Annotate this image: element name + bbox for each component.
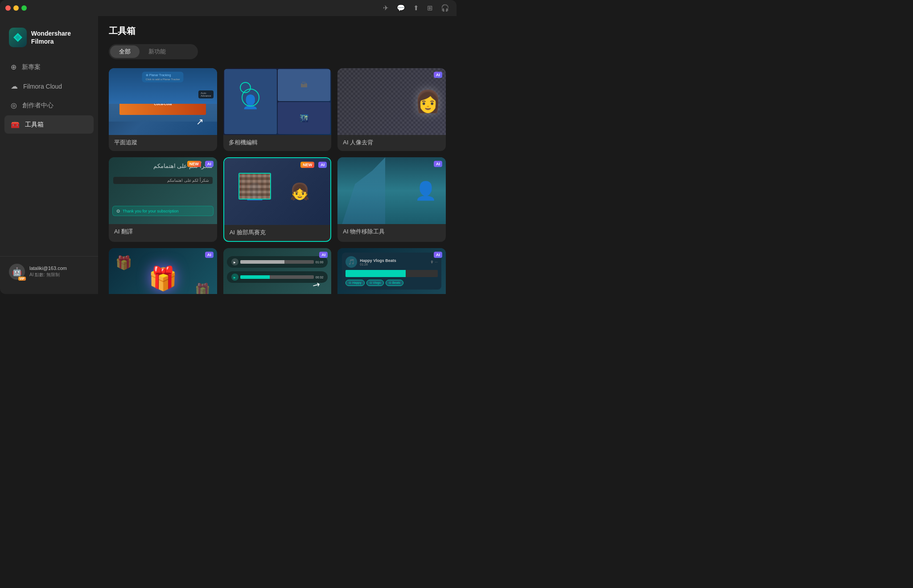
- tool-label-planar-tracking: 平面追蹤: [109, 135, 217, 151]
- logo-icon: [9, 28, 27, 47]
- vip-badge: VIP: [18, 277, 26, 281]
- traffic-lights: [5, 5, 27, 11]
- tool-label-multicam: 多相機編輯: [223, 135, 332, 151]
- tools-grid: Coca-Cola ⊕ Planar Tracking Click to add…: [109, 68, 446, 294]
- title-bar: ✈ 💬 ⬆ ⊞ 🎧: [0, 0, 456, 16]
- chat-icon[interactable]: 💬: [397, 4, 405, 12]
- tool-label-ai-translate: AI 翻譯: [109, 224, 217, 240]
- thumb-music: 🎵 Happy Vlogs Beats 01:28 🎙 ··· ⊙: [337, 248, 446, 294]
- main-content: 工具箱 全部 新功能 Coca-Cola ⊕ Pl: [98, 16, 456, 294]
- cloud-icon: ☁: [11, 82, 18, 90]
- sidebar-logo: Wondershare Filmora: [0, 23, 98, 58]
- tool-card-planar-tracking[interactable]: Coca-Cola ⊕ Planar Tracking Click to add…: [109, 68, 217, 151]
- tool-card-multicam[interactable]: 👤 🏔 🌃 多相機編輯: [223, 68, 332, 151]
- new-project-icon: ⊕: [11, 63, 16, 71]
- ai-badge-translate: AI: [205, 161, 214, 167]
- title-bar-icons: ✈ 💬 ⬆ ⊞ 🎧: [383, 4, 449, 12]
- page-title: 工具箱: [109, 25, 446, 37]
- app-window: ✈ 💬 ⬆ ⊞ 🎧 Wondershare Filmora ⊕: [0, 0, 456, 294]
- sidebar-item-label-toolbox: 工具箱: [25, 121, 44, 129]
- tool-label-face-mosaic: AI 臉部馬賽克: [224, 225, 331, 241]
- thumb-planar: Coca-Cola ⊕ Planar Tracking Click to add…: [109, 68, 217, 135]
- new-badge-translate: NEW: [187, 161, 201, 167]
- main-layout: Wondershare Filmora ⊕ 新專案 ☁ Filmora Clou…: [0, 16, 456, 294]
- sidebar-item-creator-center[interactable]: ◎ 創作者中心: [4, 96, 94, 114]
- user-email: lataliki@163.com: [29, 265, 89, 271]
- sidebar-item-label-new-project: 新專案: [22, 63, 41, 71]
- send-icon[interactable]: ✈: [383, 4, 389, 12]
- new-badge-face-mosaic: NEW: [300, 162, 314, 168]
- tool-card-portrait-bg[interactable]: 👩 AI AI 人像去背: [337, 68, 446, 151]
- avatar: 🤖 VIP: [9, 264, 25, 280]
- tab-all[interactable]: 全部: [110, 45, 140, 58]
- sidebar-item-toolbox[interactable]: 🧰 工具箱: [4, 115, 94, 134]
- sidebar-item-label-filmora-cloud: Filmora Cloud: [23, 83, 62, 90]
- creator-icon: ◎: [11, 101, 17, 110]
- sidebar-footer: 🤖 VIP lataliki@163.com AI 點數: 無限制: [0, 256, 98, 287]
- thumb-object-remove: 👤 AI: [337, 157, 446, 224]
- sidebar: Wondershare Filmora ⊕ 新專案 ☁ Filmora Clou…: [0, 16, 98, 294]
- tab-new[interactable]: 新功能: [140, 45, 175, 58]
- maximize-button[interactable]: [21, 5, 27, 11]
- tool-card-face-mosaic[interactable]: 👤 👧 AI: [223, 157, 332, 242]
- tool-card-ai-music[interactable]: 🎵 Happy Vlogs Beats 01:28 🎙 ··· ⊙: [337, 248, 446, 294]
- tool-label-object-remove: AI 物件移除工具: [337, 224, 446, 240]
- tool-label-portrait-bg: AI 人像去背: [337, 135, 446, 151]
- grid-icon[interactable]: ⊞: [427, 4, 433, 12]
- thumb-face-mosaic: 👤 👧 AI: [224, 158, 331, 225]
- close-button[interactable]: [5, 5, 11, 11]
- tab-bar: 全部 新功能: [109, 44, 198, 59]
- thumb-multicam: 👤 🏔 🌃: [223, 68, 332, 135]
- logo-text: Wondershare Filmora: [31, 29, 89, 45]
- tool-card-object-remove[interactable]: 👤 AI AI 物件移除工具: [337, 157, 446, 242]
- sidebar-nav: ⊕ 新專案 ☁ Filmora Cloud ◎ 創作者中心 🧰 工具箱: [0, 58, 98, 256]
- upload-icon[interactable]: ⬆: [413, 4, 419, 12]
- user-info: lataliki@163.com AI 點數: 無限制: [29, 265, 89, 278]
- toolbox-icon: 🧰: [11, 120, 20, 129]
- sidebar-item-filmora-cloud[interactable]: ☁ Filmora Cloud: [4, 77, 94, 95]
- thumb-portrait: 👩 AI: [337, 68, 446, 135]
- sidebar-item-label-creator-center: 創作者中心: [22, 102, 53, 110]
- tool-card-ai-translate[interactable]: شكراً لكم على اهتمامكم شكراً لكم على اهت…: [109, 157, 217, 242]
- tool-card-voice-clone[interactable]: 👩‍💼 ▶ 01:00 ▶: [223, 248, 332, 294]
- tool-card-ai-sticker[interactable]: 🎁 🎁 🎁 I want an exquisite gift box | AI …: [109, 248, 217, 294]
- thumb-sticker: 🎁 🎁 🎁 I want an exquisite gift box | AI: [109, 248, 217, 294]
- minimize-button[interactable]: [13, 5, 19, 11]
- ai-badge-face-mosaic: AI: [318, 162, 327, 168]
- thumb-voice-clone: 👩‍💼 ▶ 01:00 ▶: [223, 248, 332, 294]
- user-points: AI 點數: 無限制: [29, 272, 89, 278]
- sidebar-item-new-project[interactable]: ⊕ 新專案: [4, 58, 94, 76]
- thumb-translate: شكراً لكم على اهتمامكم شكراً لكم على اهت…: [109, 157, 217, 224]
- headphone-icon[interactable]: 🎧: [441, 4, 449, 12]
